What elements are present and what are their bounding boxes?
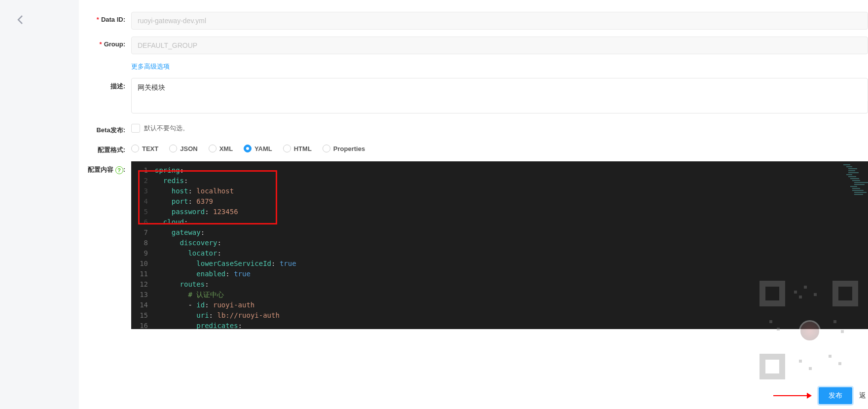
radio-label: XML (219, 145, 233, 152)
left-sidebar (0, 0, 79, 409)
radio-icon (283, 145, 291, 152)
back-button[interactable] (15, 14, 27, 26)
data-id-label: *Data ID: (87, 12, 131, 23)
svg-marker-1 (807, 393, 812, 399)
beta-checkbox[interactable] (131, 124, 140, 133)
code-editor[interactable]: 12345678910111213141516 spring: redis: h… (131, 161, 868, 329)
editor-code[interactable]: spring: redis: host: localhost port: 637… (155, 165, 296, 329)
chevron-left-icon (15, 14, 27, 26)
format-radio-properties[interactable]: Properties (323, 145, 365, 152)
radio-label: YAML (254, 145, 272, 152)
beta-hint: 默认不要勾选。 (144, 124, 189, 133)
desc-textarea[interactable]: 网关模块 (131, 78, 868, 113)
arrow-icon (772, 391, 812, 401)
group-label: *Group: (87, 37, 131, 48)
config-form: *Data ID: *Group: 更多高级选项 描述: 网关模块 Beta发布… (87, 12, 868, 336)
format-radio-text[interactable]: TEXT (131, 145, 158, 152)
radio-icon (323, 145, 330, 152)
radio-label: JSON (180, 145, 197, 152)
radio-label: Properties (333, 145, 365, 152)
format-radio-group: TEXTJSONXMLYAMLHTMLProperties (131, 142, 868, 152)
content-label: 配置内容?: (87, 161, 131, 174)
data-id-input[interactable] (131, 12, 868, 30)
more-options-link[interactable]: 更多高级选项 (131, 61, 170, 71)
help-icon[interactable]: ? (115, 166, 123, 174)
editor-minimap (843, 164, 866, 209)
group-input[interactable] (131, 37, 868, 54)
radio-icon (169, 145, 177, 152)
return-button[interactable]: 返 (859, 391, 866, 400)
format-radio-xml[interactable]: XML (209, 145, 233, 152)
radio-label: TEXT (142, 145, 158, 152)
desc-label: 描述: (87, 78, 131, 91)
radio-icon (131, 145, 139, 152)
format-label: 配置格式: (87, 142, 131, 154)
beta-label: Beta发布: (87, 122, 131, 135)
publish-button[interactable]: 发布 (819, 387, 852, 404)
format-radio-html[interactable]: HTML (283, 145, 312, 152)
radio-label: HTML (294, 145, 312, 152)
footer: 发布 返 (772, 387, 868, 404)
radio-icon (244, 145, 252, 152)
editor-gutter: 12345678910111213141516 (131, 165, 153, 329)
format-radio-json[interactable]: JSON (169, 145, 197, 152)
format-radio-yaml[interactable]: YAML (244, 145, 272, 152)
radio-icon (209, 145, 217, 152)
